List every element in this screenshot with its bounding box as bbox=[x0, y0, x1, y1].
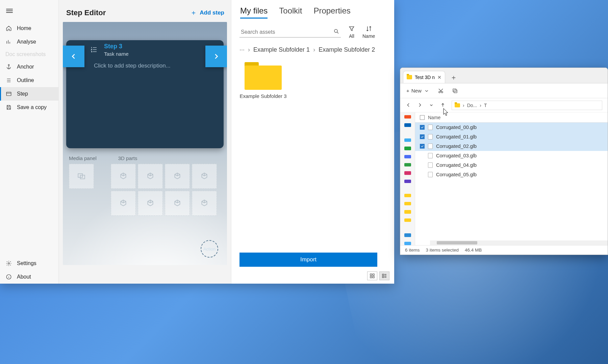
sidebar-item-settings[interactable]: Settings bbox=[0, 257, 58, 270]
3d-part-slot[interactable] bbox=[111, 191, 136, 216]
file-row[interactable]: Corrugated_03.glb bbox=[415, 151, 608, 160]
close-tab-button[interactable]: ✕ bbox=[437, 75, 441, 80]
svg-point-6 bbox=[334, 29, 337, 32]
nav-pane-item[interactable] bbox=[404, 163, 411, 166]
breadcrumb-item[interactable]: Example Subfolder 2 bbox=[319, 46, 375, 53]
svg-point-0 bbox=[8, 64, 9, 66]
3d-part-slot[interactable] bbox=[165, 164, 190, 189]
folder-icon bbox=[455, 103, 460, 107]
sort-button[interactable]: Name bbox=[362, 25, 375, 39]
column-header-row[interactable]: Name bbox=[415, 112, 608, 123]
nav-pane-item[interactable] bbox=[404, 233, 411, 237]
breadcrumb: ··· › Example Subfolder 1 › Example Subf… bbox=[239, 46, 386, 53]
step-description-placeholder[interactable]: Click to add step description... bbox=[94, 62, 171, 69]
nav-pane-item[interactable] bbox=[404, 115, 411, 119]
tabs: My files Toolkit Properties bbox=[239, 5, 386, 22]
address-segment[interactable]: Do... bbox=[467, 103, 477, 108]
sidebar-item-home[interactable]: Home bbox=[0, 22, 58, 35]
tab-toolkit[interactable]: Toolkit bbox=[279, 6, 302, 19]
file-checkbox[interactable] bbox=[420, 134, 425, 139]
3d-part-slot[interactable] bbox=[192, 191, 217, 216]
select-all-checkbox[interactable] bbox=[420, 115, 425, 120]
file-row[interactable]: Corrugated_05.glb bbox=[415, 170, 608, 179]
3d-part-slot[interactable] bbox=[138, 164, 163, 189]
copy-button[interactable] bbox=[452, 88, 458, 94]
address-bar[interactable]: › Do... › T bbox=[452, 101, 602, 110]
sidebar-item-about[interactable]: About bbox=[0, 270, 58, 284]
recent-locations-button[interactable] bbox=[429, 102, 435, 108]
file-checkbox[interactable] bbox=[420, 163, 425, 167]
file-row[interactable]: Corrugated_04.glb bbox=[415, 160, 608, 170]
ordered-list-icon bbox=[90, 46, 99, 55]
import-button[interactable]: Import bbox=[239, 253, 377, 267]
nav-pane-item[interactable] bbox=[404, 138, 411, 142]
nav-pane-item[interactable] bbox=[404, 123, 411, 127]
breadcrumb-overflow[interactable]: ··· bbox=[239, 46, 245, 53]
nav-pane-item[interactable] bbox=[404, 218, 411, 222]
sidebar-item-label: Home bbox=[17, 25, 31, 31]
file-checkbox[interactable] bbox=[420, 125, 425, 130]
sidebar-item-label: Step bbox=[17, 91, 28, 97]
3d-parts-label: 3D parts bbox=[118, 155, 137, 161]
nav-pane-item[interactable] bbox=[404, 210, 411, 213]
file-name: Corrugated_05.glb bbox=[436, 172, 477, 177]
3d-part-slot[interactable] bbox=[138, 191, 163, 216]
svg-rect-12 bbox=[382, 276, 384, 278]
3d-part-slot[interactable] bbox=[192, 164, 217, 189]
address-segment[interactable]: T bbox=[484, 103, 487, 108]
up-button[interactable] bbox=[440, 102, 446, 108]
file-checkbox[interactable] bbox=[420, 172, 425, 177]
grid-view-button[interactable] bbox=[367, 271, 377, 280]
horizontal-scrollbar[interactable] bbox=[430, 240, 608, 245]
previous-step-button[interactable] bbox=[63, 46, 84, 67]
tab-properties[interactable]: Properties bbox=[313, 6, 350, 19]
folder-tile[interactable]: Example Subfolder 3 bbox=[239, 62, 287, 99]
hamburger-menu-button[interactable] bbox=[5, 7, 14, 15]
nav-pane-item[interactable] bbox=[404, 242, 411, 245]
explorer-nav-pane[interactable] bbox=[400, 112, 415, 245]
file-explorer-window[interactable]: Test 3D n ✕ ＋ + New › Do... › T bbox=[400, 68, 608, 255]
task-name[interactable]: Task name bbox=[104, 51, 129, 57]
file-row[interactable]: Corrugated_00.glb bbox=[415, 123, 608, 132]
filter-button[interactable]: All bbox=[348, 25, 355, 39]
tab-my-files[interactable]: My files bbox=[240, 6, 268, 19]
next-step-button[interactable] bbox=[205, 46, 227, 67]
back-button[interactable] bbox=[406, 102, 412, 108]
list-view-button[interactable] bbox=[379, 271, 389, 280]
search-input[interactable] bbox=[241, 29, 331, 35]
new-button[interactable]: + New bbox=[406, 88, 430, 94]
nav-pane-item[interactable] bbox=[404, 202, 411, 205]
file-checkbox[interactable] bbox=[420, 153, 425, 158]
file-row[interactable]: Corrugated_01.glb bbox=[415, 132, 608, 141]
nav-pane-item[interactable] bbox=[404, 180, 411, 183]
media-slot[interactable] bbox=[69, 164, 94, 189]
new-tab-button[interactable]: ＋ bbox=[448, 72, 459, 83]
file-checkbox[interactable] bbox=[420, 144, 425, 149]
sidebar-item-anchor[interactable]: Anchor bbox=[0, 60, 58, 74]
nav-pane-item[interactable] bbox=[404, 155, 411, 158]
column-name[interactable]: Name bbox=[428, 115, 440, 120]
3d-part-slot[interactable] bbox=[111, 164, 136, 189]
search-icon[interactable] bbox=[333, 28, 339, 36]
svg-point-2 bbox=[8, 263, 10, 264]
step-editor-panel: Step Editor ＋ Add step Step 3 Task nam bbox=[59, 0, 231, 284]
sidebar-item-outline[interactable]: Outline bbox=[0, 74, 58, 87]
action-button[interactable]: Action bbox=[201, 240, 218, 258]
3d-part-slot[interactable] bbox=[165, 191, 190, 216]
sidebar-item-save-copy[interactable]: Save a copy bbox=[0, 101, 58, 114]
sidebar-item-label: Analyse bbox=[17, 39, 36, 45]
sidebar-item-analyse[interactable]: Analyse bbox=[0, 35, 58, 49]
nav-pane-item[interactable] bbox=[404, 147, 411, 150]
nav-pane-item[interactable] bbox=[404, 194, 411, 197]
file-row[interactable]: Corrugated_02.glb bbox=[415, 141, 608, 151]
sidebar-item-label: Outline bbox=[17, 77, 34, 83]
step-title[interactable]: Step 3 bbox=[104, 43, 122, 50]
nav-pane-item[interactable] bbox=[404, 171, 411, 175]
step-card[interactable] bbox=[66, 40, 224, 148]
forward-button[interactable] bbox=[417, 102, 423, 108]
explorer-tab[interactable]: Test 3D n ✕ bbox=[403, 71, 445, 83]
add-step-button[interactable]: ＋ Add step bbox=[190, 8, 224, 17]
cut-button[interactable] bbox=[438, 88, 444, 94]
sidebar-item-step[interactable]: Step bbox=[0, 87, 58, 101]
breadcrumb-item[interactable]: Example Subfolder 1 bbox=[253, 46, 310, 53]
